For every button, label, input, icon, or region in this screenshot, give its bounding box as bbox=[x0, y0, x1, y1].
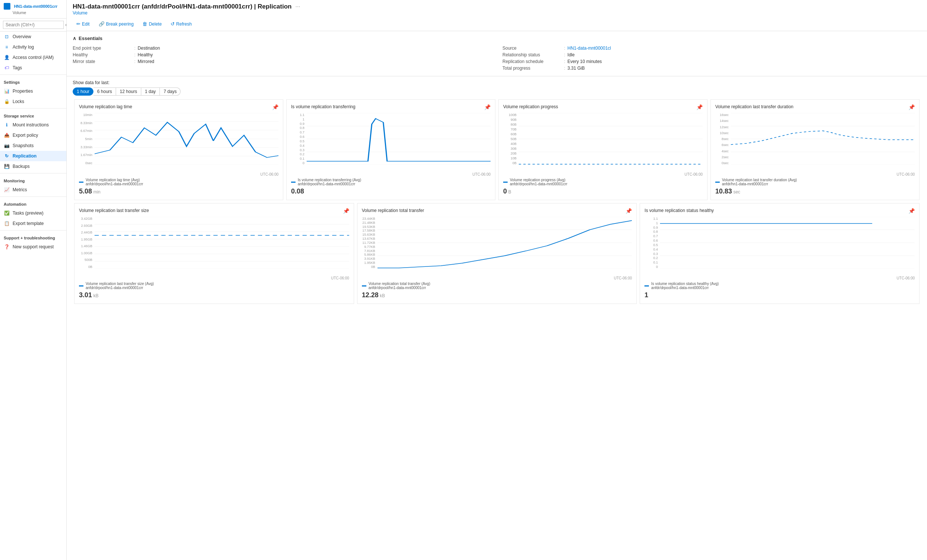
time-btn-12h[interactable]: 12 hours bbox=[116, 88, 141, 96]
sidebar-item-tasks[interactable]: ✅ Tasks (preview) bbox=[0, 208, 66, 218]
edit-button[interactable]: ✏ Edit bbox=[73, 19, 93, 29]
pin-healthy[interactable]: 📌 bbox=[909, 208, 915, 214]
sidebar-item-export-policy[interactable]: 📤 Export policy bbox=[0, 130, 66, 140]
time-btn-1d[interactable]: 1 day bbox=[141, 88, 160, 96]
volume-icon bbox=[4, 3, 11, 10]
pin-duration[interactable]: 📌 bbox=[909, 104, 915, 110]
chart-transferring-legend-row: Is volume replication transferring (Avg)… bbox=[291, 178, 491, 186]
essentials-chevron: ∧ bbox=[73, 36, 76, 41]
sidebar-item-replication[interactable]: ↻ Replication bbox=[0, 151, 66, 161]
more-options-icon[interactable]: ··· bbox=[295, 3, 300, 10]
pin-total[interactable]: 📌 bbox=[626, 208, 632, 214]
chart-progress-unit: B bbox=[508, 190, 511, 194]
sidebar-item-label: New support request bbox=[13, 244, 54, 249]
chart-progress: Volume replication progress 📌 100B 90B 8… bbox=[498, 99, 708, 200]
sidebar-item-new-support-request[interactable]: ❓ New support request bbox=[0, 242, 66, 252]
delete-button[interactable]: 🗑 Delete bbox=[139, 19, 166, 29]
pin-transferring[interactable]: 📌 bbox=[484, 104, 491, 110]
chart-healthy-value-row: 1 bbox=[644, 291, 915, 299]
chart-duration-unit: sec bbox=[734, 190, 740, 194]
sidebar-item-tags[interactable]: 🏷 Tags bbox=[0, 63, 66, 73]
chart-size-value-row: 3.01 kB bbox=[79, 291, 349, 299]
sidebar-item-metrics[interactable]: 📈 Metrics bbox=[0, 185, 66, 195]
edit-icon: ✏ bbox=[76, 21, 81, 27]
sidebar-resource-title: HN1-data-mnt00001crr bbox=[14, 4, 58, 9]
essentials-mirror-state: Mirror state : Mirrored bbox=[73, 58, 491, 65]
section-storage-service: Storage service bbox=[0, 110, 66, 120]
sidebar-item-label: Snapshots bbox=[13, 143, 34, 148]
pin-lag-time[interactable]: 📌 bbox=[272, 104, 278, 110]
sidebar-item-export-template[interactable]: 📋 Export template bbox=[0, 218, 66, 229]
sidebar-item-backups[interactable]: 💾 Backups bbox=[0, 161, 66, 171]
chart-progress-area: 100B 90B 80B 70B 60B 50B 40B 30B 20B 10B… bbox=[503, 113, 703, 172]
divider-automation bbox=[0, 196, 66, 197]
export-template-icon: 📋 bbox=[4, 220, 10, 226]
replication-icon: ↻ bbox=[4, 153, 10, 159]
essentials-header[interactable]: ∧ Essentials bbox=[73, 36, 921, 41]
section-monitoring: Monitoring bbox=[0, 175, 66, 185]
section-support: Support + troubleshooting bbox=[0, 232, 66, 242]
time-filter-buttons: 1 hour 6 hours 12 hours 1 day 7 days bbox=[73, 88, 921, 96]
sidebar-item-label: Locks bbox=[13, 99, 24, 104]
time-btn-7d[interactable]: 7 days bbox=[160, 88, 181, 96]
sidebar-item-label: Tasks (preview) bbox=[13, 211, 43, 216]
mount-icon: ℹ bbox=[4, 122, 10, 128]
chart-duration-value-row: 10.83 sec bbox=[715, 188, 915, 195]
chart-healthy-value: 1 bbox=[644, 291, 648, 299]
chart-progress-value: 0 bbox=[503, 188, 507, 195]
refresh-button[interactable]: ↺ Refresh bbox=[167, 19, 195, 29]
legend-color bbox=[362, 285, 366, 287]
refresh-icon: ↺ bbox=[170, 21, 175, 27]
chart-duration-legend-row: Volume replication last transfer duratio… bbox=[715, 178, 915, 186]
overview-icon: ⊡ bbox=[4, 34, 10, 39]
legend-color bbox=[79, 182, 84, 183]
chart-lag-time-legend: Volume replication lag time (Avg)anfdr/d… bbox=[86, 178, 143, 186]
divider-settings bbox=[0, 74, 66, 75]
time-btn-6h[interactable]: 6 hours bbox=[93, 88, 116, 96]
essentials-source: Source : HN1-data-mnt00001cl bbox=[502, 45, 921, 52]
break-peering-icon: 🔗 bbox=[99, 21, 105, 27]
chart-total-unit: kB bbox=[380, 293, 385, 298]
sidebar-item-label: Access control (IAM) bbox=[13, 55, 54, 60]
sidebar-item-access-control[interactable]: 👤 Access control (IAM) bbox=[0, 52, 66, 63]
page-title: HN1-data-mnt00001crr (anfdr/drPool/HN1-d… bbox=[73, 3, 292, 11]
chart-healthy-area: 1.1 1 0.9 0.8 0.7 0.6 0.5 0.4 0.3 0.2 0.… bbox=[644, 217, 915, 276]
sidebar-item-locks[interactable]: 🔒 Locks bbox=[0, 96, 66, 107]
essentials-total-progress: Total progress : 3.31 GiB bbox=[502, 65, 921, 71]
metrics-icon: 📈 bbox=[4, 187, 10, 193]
break-peering-button[interactable]: 🔗 Break peering bbox=[95, 19, 138, 29]
chart-healthy-legend: Is volume replication status healthy (Av… bbox=[651, 282, 719, 290]
chart-progress-value-row: 0 B bbox=[503, 188, 703, 195]
chart-healthy-utc: UTC-06:00 bbox=[644, 276, 915, 280]
sidebar-item-label: Properties bbox=[13, 89, 33, 94]
section-automation: Automation bbox=[0, 198, 66, 208]
essentials-replication-schedule: Replication schedule : Every 10 minutes bbox=[502, 58, 921, 65]
chart-lag-time-area: 10min 8.33min 6.67min 5min 3.33min 1.67m… bbox=[79, 113, 278, 172]
time-filter-area: Show data for last: 1 hour 6 hours 12 ho… bbox=[67, 76, 927, 98]
search-input[interactable] bbox=[3, 21, 64, 29]
sidebar-item-label: Mount instructions bbox=[13, 122, 49, 127]
search-area: « bbox=[0, 18, 66, 32]
chart-lag-time-unit: min bbox=[93, 190, 100, 194]
chart-duration-utc: UTC-06:00 bbox=[715, 172, 915, 176]
sidebar-item-activity-log[interactable]: ≡ Activity log bbox=[0, 42, 66, 52]
essentials-title: Essentials bbox=[79, 36, 102, 41]
sidebar-item-overview[interactable]: ⊡ Overview bbox=[0, 32, 66, 42]
sidebar-item-mount-instructions[interactable]: ℹ Mount instructions bbox=[0, 120, 66, 130]
sidebar-item-snapshots[interactable]: 📷 Snapshots bbox=[0, 140, 66, 151]
chart-size-area: 3.42GB 2.93GB 2.44GB 1.95GB 1.46GB 1.00G… bbox=[79, 217, 349, 276]
chart-progress-plot bbox=[519, 113, 703, 165]
chart-duration-area: 16sec 14sec 12sec 10sec 8sec 6sec 4sec 2… bbox=[715, 113, 915, 172]
pin-progress[interactable]: 📌 bbox=[696, 104, 703, 110]
sidebar-item-label: Export template bbox=[13, 221, 44, 226]
legend-color bbox=[715, 182, 720, 183]
time-btn-1h[interactable]: 1 hour bbox=[73, 88, 93, 96]
chart-transferring-y-axis: 1.1 1 0.9 0.8 0.7 0.6 0.5 0.4 0.3 0.2 0.… bbox=[291, 113, 306, 165]
backups-icon: 💾 bbox=[4, 164, 10, 169]
sidebar-item-properties[interactable]: 📊 Properties bbox=[0, 86, 66, 96]
pin-size[interactable]: 📌 bbox=[343, 208, 349, 214]
divider-monitoring bbox=[0, 173, 66, 173]
chart-status-healthy: Is volume replication status healthy 📌 1… bbox=[640, 203, 919, 304]
sidebar-item-label: Overview bbox=[13, 34, 31, 39]
main-content: HN1-data-mnt00001crr (anfdr/drPool/HN1-d… bbox=[67, 0, 927, 560]
